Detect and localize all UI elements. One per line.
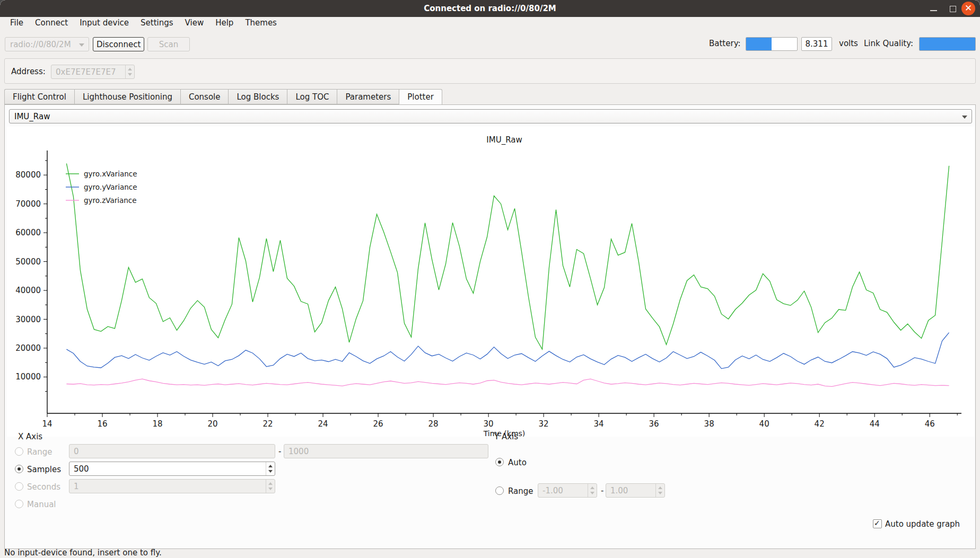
- tabbar: Flight Control Lighthouse Positioning Co…: [4, 89, 442, 105]
- svg-text:20: 20: [207, 419, 217, 429]
- window-title: Connected on radio://0/80/2M: [0, 0, 980, 17]
- tab-log-blocks[interactable]: Log Blocks: [228, 89, 287, 104]
- statusbar: No input-device found, insert one to fly…: [0, 549, 980, 558]
- titlebar: Connected on radio://0/80/2M ✕: [0, 0, 980, 17]
- close-button[interactable]: ✕: [961, 2, 975, 15]
- menu-item-input-device[interactable]: Input device: [74, 17, 135, 29]
- svg-text:22: 22: [263, 419, 273, 429]
- interface-combobox-value: radio://0/80/2M: [10, 39, 71, 50]
- x-range-from-input: 0: [69, 444, 275, 458]
- x-axis-seconds-radio: [15, 482, 23, 491]
- interface-combobox: radio://0/80/2M: [5, 37, 89, 51]
- x-samples-value: 500: [74, 464, 89, 474]
- svg-text:34: 34: [594, 419, 604, 429]
- spinner-arrows-icon: [125, 65, 134, 78]
- menu-item-help[interactable]: Help: [209, 17, 239, 29]
- y-axis-auto-radio[interactable]: [495, 458, 504, 466]
- link-quality-progressbar: [919, 37, 976, 51]
- x-range-separator: -: [278, 447, 281, 456]
- svg-text:60000: 60000: [15, 228, 41, 237]
- battery-progressbar: [746, 37, 798, 51]
- svg-text:gyro.yVariance: gyro.yVariance: [84, 183, 137, 191]
- y-axis-section-title: Y Axis: [494, 432, 518, 441]
- x-seconds-spinbox: 1: [69, 479, 275, 493]
- x-range-to-input: 1000: [284, 444, 488, 458]
- y-range-to-spinbox: 1.00: [606, 483, 665, 498]
- menu-item-file[interactable]: File: [4, 17, 29, 29]
- tab-log-toc[interactable]: Log TOC: [287, 89, 337, 104]
- tab-lighthouse-positioning[interactable]: Lighthouse Positioning: [74, 89, 180, 104]
- link-quality-label: Link Quality:: [864, 37, 913, 51]
- plot-preset-value: IMU_Raw: [14, 111, 50, 122]
- x-seconds-value: 1: [74, 481, 79, 492]
- x-axis-manual-radio: [15, 500, 23, 508]
- svg-text:38: 38: [704, 419, 714, 429]
- menu-item-view[interactable]: View: [179, 17, 210, 29]
- tab-parameters[interactable]: Parameters: [337, 89, 399, 104]
- chevron-down-icon: [79, 43, 84, 47]
- address-label: Address:: [11, 65, 46, 79]
- chevron-down-icon: [962, 116, 967, 119]
- plot-preset-combobox[interactable]: IMU_Raw: [9, 109, 972, 123]
- svg-text:30000: 30000: [15, 315, 41, 324]
- spinner-arrows-icon[interactable]: [266, 462, 275, 475]
- checkmark-icon: ✓: [874, 519, 880, 527]
- menu-item-connect[interactable]: Connect: [29, 17, 74, 29]
- maximize-button[interactable]: [946, 2, 960, 15]
- battery-label: Battery:: [709, 37, 740, 51]
- svg-text:36: 36: [649, 419, 659, 429]
- svg-text:50000: 50000: [15, 257, 41, 267]
- menu-item-settings[interactable]: Settings: [135, 17, 179, 29]
- auto-update-label: Auto update graph: [885, 519, 960, 529]
- y-axis-auto-label: Auto: [508, 458, 527, 467]
- x-axis-seconds-label: Seconds: [27, 482, 60, 492]
- svg-text:46: 46: [925, 419, 935, 429]
- svg-text:32: 32: [539, 419, 549, 429]
- svg-text:80000: 80000: [15, 170, 41, 180]
- plot-svg: IMU_Raw141618202224262830323436384042444…: [7, 127, 974, 437]
- svg-text:70000: 70000: [15, 199, 41, 209]
- y-range-from-value: -1.00: [542, 485, 563, 496]
- address-panel: Address: 0xE7E7E7E7E7: [4, 58, 976, 84]
- tab-plotter[interactable]: Plotter: [399, 89, 442, 105]
- plotter-tab-panel: IMU_Raw IMU_Raw1416182022242628303234363…: [4, 104, 976, 549]
- x-axis-manual-label: Manual: [27, 500, 56, 509]
- menubar: File Connect Input device Settings View …: [0, 17, 980, 29]
- svg-text:20000: 20000: [15, 343, 41, 353]
- status-message: No input-device found, insert one to fly…: [4, 548, 162, 557]
- x-axis-samples-radio[interactable]: [15, 465, 23, 473]
- svg-text:18: 18: [152, 419, 162, 429]
- spinner-arrows-icon: [588, 484, 597, 497]
- tab-flight-control[interactable]: Flight Control: [4, 89, 74, 104]
- y-axis-range-label: Range: [508, 486, 533, 496]
- link-quality-progress-fill: [920, 38, 975, 50]
- disconnect-button[interactable]: Disconnect: [93, 37, 144, 51]
- y-range-to-value: 1.00: [610, 485, 628, 496]
- svg-text:16: 16: [97, 419, 107, 429]
- address-spinbox: 0xE7E7E7E7E7: [51, 65, 135, 79]
- y-range-from-spinbox: -1.00: [538, 483, 597, 498]
- svg-text:gyro.zVariance: gyro.zVariance: [84, 196, 137, 205]
- svg-text:10000: 10000: [15, 372, 41, 382]
- x-axis-samples-label: Samples: [27, 465, 61, 474]
- y-range-separator: -: [601, 486, 603, 495]
- spinner-arrows-icon: [655, 484, 664, 497]
- x-samples-spinbox[interactable]: 500: [69, 462, 275, 476]
- scan-button: Scan: [147, 37, 190, 51]
- auto-update-checkbox[interactable]: ✓: [873, 519, 882, 528]
- svg-text:24: 24: [318, 419, 328, 429]
- svg-text:gyro.xVariance: gyro.xVariance: [84, 170, 137, 178]
- x-range-to-value: 1000: [288, 446, 309, 457]
- tab-console[interactable]: Console: [180, 89, 229, 104]
- svg-text:30: 30: [484, 419, 494, 429]
- battery-progress-fill: [746, 38, 772, 50]
- voltage-value: 8.311: [801, 37, 832, 51]
- y-axis-range-radio[interactable]: [495, 486, 504, 495]
- spinner-arrows-icon: [266, 480, 275, 493]
- menu-item-themes[interactable]: Themes: [239, 17, 283, 29]
- svg-text:28: 28: [428, 419, 439, 429]
- svg-text:40000: 40000: [15, 286, 41, 295]
- address-value: 0xE7E7E7E7E7: [56, 67, 116, 77]
- svg-text:44: 44: [870, 419, 880, 429]
- minimize-button[interactable]: [927, 2, 941, 15]
